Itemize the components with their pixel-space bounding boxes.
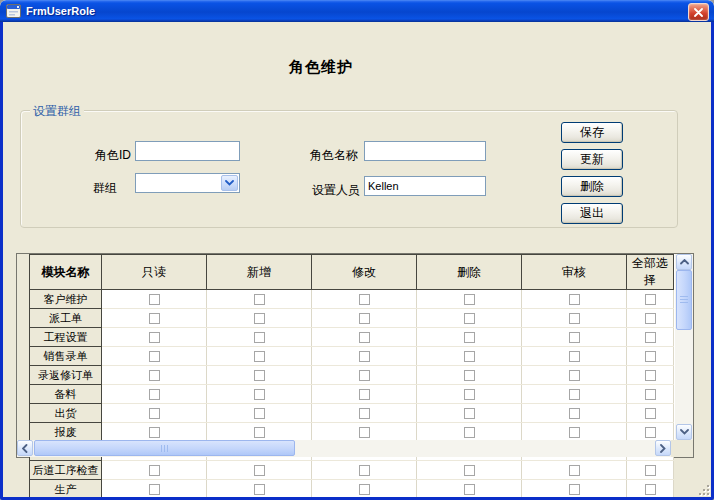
permission-checkbox[interactable] [254, 484, 265, 495]
grid-cell[interactable] [522, 480, 627, 499]
permission-checkbox[interactable] [254, 389, 265, 400]
permission-checkbox[interactable] [254, 465, 265, 476]
permission-checkbox[interactable] [359, 427, 370, 438]
grid-cell[interactable] [627, 290, 674, 309]
permission-checkbox[interactable] [359, 351, 370, 362]
permission-checkbox[interactable] [464, 427, 475, 438]
grid-cell[interactable] [312, 347, 417, 366]
scroll-down-button[interactable] [676, 424, 692, 440]
delete-button[interactable]: 删除 [561, 176, 623, 197]
resize-grip[interactable] [696, 482, 709, 495]
permission-checkbox[interactable] [645, 294, 656, 305]
grid-cell[interactable] [207, 347, 312, 366]
group-combobox[interactable] [135, 173, 240, 193]
close-button[interactable] [688, 3, 709, 21]
horizontal-scroll-thumb[interactable] [34, 440, 295, 456]
permission-checkbox[interactable] [149, 370, 160, 381]
grid-cell[interactable] [207, 366, 312, 385]
permission-checkbox[interactable] [149, 313, 160, 324]
scroll-up-button[interactable] [676, 254, 692, 270]
permission-checkbox[interactable] [645, 427, 656, 438]
permission-checkbox[interactable] [149, 294, 160, 305]
grid-cell[interactable] [312, 290, 417, 309]
grid-cell[interactable] [417, 290, 522, 309]
grid-cell[interactable] [627, 385, 674, 404]
column-header[interactable]: 新增 [207, 255, 312, 290]
grid-cell[interactable] [522, 404, 627, 423]
grid-cell[interactable] [522, 423, 627, 442]
grid-cell[interactable] [102, 328, 207, 347]
permission-checkbox[interactable] [359, 408, 370, 419]
grid-cell[interactable] [627, 423, 674, 442]
grid-cell[interactable] [102, 461, 207, 480]
permission-checkbox[interactable] [254, 294, 265, 305]
horizontal-scrollbar[interactable] [17, 440, 671, 457]
permission-checkbox[interactable] [464, 370, 475, 381]
save-button[interactable]: 保存 [561, 122, 623, 143]
role-name-input[interactable] [364, 141, 486, 161]
column-header[interactable]: 只读 [102, 255, 207, 290]
scroll-left-button[interactable] [17, 440, 33, 456]
grid-cell[interactable] [102, 385, 207, 404]
permission-checkbox[interactable] [359, 370, 370, 381]
permission-checkbox[interactable] [359, 294, 370, 305]
permission-checkbox[interactable] [569, 351, 580, 362]
grid-cell[interactable] [417, 309, 522, 328]
permission-checkbox[interactable] [464, 484, 475, 495]
column-header[interactable]: 全部选择 [627, 255, 674, 290]
grid-cell[interactable] [522, 290, 627, 309]
permission-checkbox[interactable] [569, 313, 580, 324]
permission-checkbox[interactable] [645, 484, 656, 495]
grid-cell[interactable] [102, 480, 207, 499]
permission-checkbox[interactable] [359, 332, 370, 343]
column-header[interactable]: 审核 [522, 255, 627, 290]
grid-cell[interactable] [522, 309, 627, 328]
grid-cell[interactable] [207, 290, 312, 309]
permission-checkbox[interactable] [464, 465, 475, 476]
grid-cell[interactable] [522, 461, 627, 480]
grid-cell[interactable] [102, 423, 207, 442]
grid-cell[interactable] [207, 385, 312, 404]
grid-cell[interactable] [312, 366, 417, 385]
permission-checkbox[interactable] [149, 351, 160, 362]
permission-checkbox[interactable] [464, 389, 475, 400]
permission-checkbox[interactable] [645, 370, 656, 381]
column-header[interactable]: 删除 [417, 255, 522, 290]
combo-dropdown-button[interactable] [221, 175, 238, 191]
grid-cell[interactable] [417, 328, 522, 347]
permission-checkbox[interactable] [569, 484, 580, 495]
grid-cell[interactable] [417, 461, 522, 480]
grid-cell[interactable] [522, 347, 627, 366]
grid-cell[interactable] [312, 423, 417, 442]
grid-cell[interactable] [207, 461, 312, 480]
grid-cell[interactable] [312, 480, 417, 499]
grid-cell[interactable] [417, 404, 522, 423]
column-header[interactable]: 模块名称 [30, 255, 102, 290]
permission-checkbox[interactable] [569, 332, 580, 343]
permission-checkbox[interactable] [254, 427, 265, 438]
permission-checkbox[interactable] [464, 408, 475, 419]
title-bar[interactable]: FrmUserRole [0, 0, 714, 22]
grid-cell[interactable] [207, 309, 312, 328]
grid-cell[interactable] [627, 366, 674, 385]
permission-checkbox[interactable] [149, 332, 160, 343]
permission-checkbox[interactable] [569, 389, 580, 400]
grid-cell[interactable] [102, 404, 207, 423]
grid-cell[interactable] [417, 480, 522, 499]
permission-checkbox[interactable] [569, 294, 580, 305]
permission-checkbox[interactable] [359, 484, 370, 495]
setter-input[interactable] [364, 176, 486, 196]
grid-cell[interactable] [207, 480, 312, 499]
scroll-right-button[interactable] [655, 440, 671, 456]
permission-checkbox[interactable] [254, 332, 265, 343]
grid-cell[interactable] [102, 290, 207, 309]
permission-checkbox[interactable] [645, 332, 656, 343]
grid-cell[interactable] [102, 366, 207, 385]
permission-checkbox[interactable] [254, 351, 265, 362]
permission-checkbox[interactable] [359, 465, 370, 476]
grid-cell[interactable] [417, 423, 522, 442]
grid-cell[interactable] [627, 461, 674, 480]
exit-button[interactable]: 退出 [561, 203, 623, 224]
permission-checkbox[interactable] [359, 313, 370, 324]
grid-cell[interactable] [102, 347, 207, 366]
